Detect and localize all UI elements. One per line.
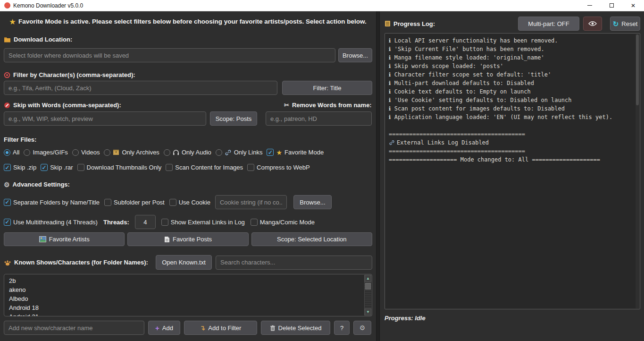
list-item[interactable]: akeno [4, 285, 372, 294]
log-line: ℹ Cookie text defaults to: Empty on laun… [389, 87, 636, 96]
multipart-toggle-button[interactable]: Multi-part: OFF [518, 17, 579, 31]
skip-remove-inputs-row: Scope: Posts [4, 111, 372, 126]
subfolder-per-post-checkbox[interactable]: Subfolder per Post [104, 199, 165, 206]
download-location-input[interactable] [4, 48, 335, 62]
scrollbar-thumb[interactable] [365, 283, 371, 290]
open-known-txt-button[interactable]: Open Known.txt [156, 255, 212, 270]
progress-log-output[interactable]: ℹ Local API server functionality has bee… [385, 33, 640, 309]
skip-words-input[interactable] [4, 111, 206, 126]
log-panel: Progress Log: Multi-part: OFF ↻ Reset ℹ … [380, 11, 644, 341]
cookie-string-input[interactable] [215, 195, 287, 209]
radio-dot [164, 149, 170, 156]
skip-words-label: Skip with Words (comma-separated): [13, 102, 121, 109]
checkbox-box [4, 219, 11, 226]
checkbox-label: Separate Folders by Name/Title [13, 199, 100, 206]
help-button[interactable]: ? [334, 321, 350, 335]
log-line: ℹ Multi-part download defaults to: Disab… [389, 79, 636, 87]
favorite-mode-checkbox[interactable]: ★ Favorite Mode [267, 149, 324, 156]
action-buttons-row: Favorite Artists Favorite Posts Scope: S… [4, 232, 372, 246]
checkbox-box [247, 164, 254, 171]
character-filter-row: Filter: Title [4, 81, 372, 95]
radio-all[interactable]: All [4, 149, 19, 156]
checkbox-box [166, 164, 173, 171]
scope-selected-location-button[interactable]: Scope: Selected Location [251, 232, 372, 246]
character-filter-scope-button[interactable]: Filter: Title [282, 81, 372, 95]
list-item[interactable]: 2b [4, 276, 372, 285]
radio-images-gifs[interactable]: Images/GIFs [24, 149, 67, 156]
titlebar: Kemono Downloader v5.0.0 ✕ [0, 0, 644, 11]
favorite-artists-button[interactable]: Favorite Artists [4, 232, 125, 246]
log-header-row: Progress Log: Multi-part: OFF ↻ Reset [385, 17, 640, 31]
download-location-label-row: Download Location: [4, 36, 372, 43]
button-label: Delete Selected [278, 324, 322, 332]
checkbox-box [77, 164, 84, 171]
settings-button[interactable]: ⚙ [353, 321, 371, 335]
add-to-filter-arrow-icon: ↴ [200, 324, 206, 331]
favorite-posts-button[interactable]: Favorite Posts [127, 232, 248, 246]
add-button[interactable]: + Add [148, 321, 180, 335]
button-label: Reset [621, 20, 637, 27]
minimize-button[interactable] [579, 0, 601, 11]
list-item[interactable]: Android 21 [4, 312, 372, 316]
skip-rar-checkbox[interactable]: Skip .rar [41, 164, 73, 171]
threads-input[interactable] [135, 215, 156, 229]
no-entry-icon [4, 102, 10, 109]
scroll-down-icon: ▼ [366, 310, 370, 314]
panel-splitter[interactable] [376, 11, 380, 341]
log-line: ℹ Scan post content for images defaults … [389, 104, 636, 113]
search-characters-input[interactable] [216, 256, 372, 270]
window-controls: ✕ [579, 0, 644, 11]
log-line: ℹ Manga filename style loaded: 'original… [389, 53, 636, 62]
log-scrollbar-thumb[interactable] [636, 34, 639, 105]
close-button[interactable]: ✕ [622, 0, 644, 11]
radio-label: Only Audio [182, 149, 211, 156]
remove-words-label: Remove Words from name: [292, 102, 372, 109]
list-item[interactable]: Android 18 [4, 303, 372, 312]
add-character-input[interactable] [4, 321, 144, 335]
radio-dot [216, 149, 222, 156]
delete-selected-button[interactable]: Delete Selected [261, 321, 330, 335]
download-location-label: Download Location: [14, 36, 72, 43]
log-line: ==================== Mode changed to: Al… [389, 155, 636, 164]
scroll-up-button[interactable]: ▲ [365, 275, 371, 282]
checkbox-box [251, 219, 258, 226]
compress-webp-checkbox[interactable]: Compress to WebP [247, 164, 309, 171]
eye-button[interactable] [583, 17, 602, 31]
scroll-down-button[interactable]: ▼ [365, 308, 371, 315]
skip-zip-checkbox[interactable]: Skip .zip [4, 164, 36, 171]
star-icon: ★ [9, 18, 16, 25]
separate-folders-checkbox[interactable]: Separate Folders by Name/Title [4, 199, 100, 206]
radio-only-audio[interactable]: Only Audio [164, 149, 211, 156]
checkbox-box [267, 149, 274, 156]
button-label: Scope: Selected Location [277, 236, 346, 243]
download-thumbnails-checkbox[interactable]: Download Thumbnails Only [77, 164, 162, 171]
log-scrollbar[interactable] [636, 34, 639, 308]
browse-cookie-button[interactable]: Browse... [293, 195, 332, 209]
radio-videos[interactable]: Videos [72, 149, 100, 156]
multithreading-checkbox[interactable]: Use Multithreading (4 Threads) [4, 219, 98, 226]
radio-only-archives[interactable]: Only Archives [104, 149, 159, 156]
list-scrollbar[interactable]: ▲ ▼ [364, 275, 371, 315]
log-line: ℹ Character filter scope set to default:… [389, 70, 636, 79]
character-filter-input[interactable] [4, 81, 277, 95]
list-item[interactable]: Albedo [4, 294, 372, 303]
progress-status-row: Progress: Idle [385, 315, 640, 322]
manga-comic-mode-checkbox[interactable]: Manga/Comic Mode [251, 219, 315, 226]
log-line: ℹ 'Use Cookie' setting defaults to: Disa… [389, 96, 636, 104]
use-cookie-checkbox[interactable]: Use Cookie [169, 199, 210, 206]
reset-button[interactable]: ↻ Reset [610, 17, 640, 31]
browse-download-button[interactable]: Browse... [338, 48, 372, 62]
radio-dot [24, 149, 30, 156]
scan-content-checkbox[interactable]: Scan Content for Images [166, 164, 243, 171]
log-line: ======================================== [389, 130, 636, 138]
show-external-links-checkbox[interactable]: Show External Links in Log [161, 219, 245, 226]
maximize-button[interactable] [601, 0, 622, 11]
skip-words-scope-button[interactable]: Scope: Posts [210, 111, 257, 126]
add-to-filter-button[interactable]: ↴ Add to Filter [184, 321, 257, 335]
log-line [389, 121, 636, 130]
log-line-text: External Links Log Disabled [397, 138, 489, 147]
checkbox-box [104, 199, 111, 206]
link-icon [225, 149, 232, 156]
remove-words-input[interactable] [266, 111, 372, 126]
radio-only-links[interactable]: Only Links [216, 149, 263, 156]
